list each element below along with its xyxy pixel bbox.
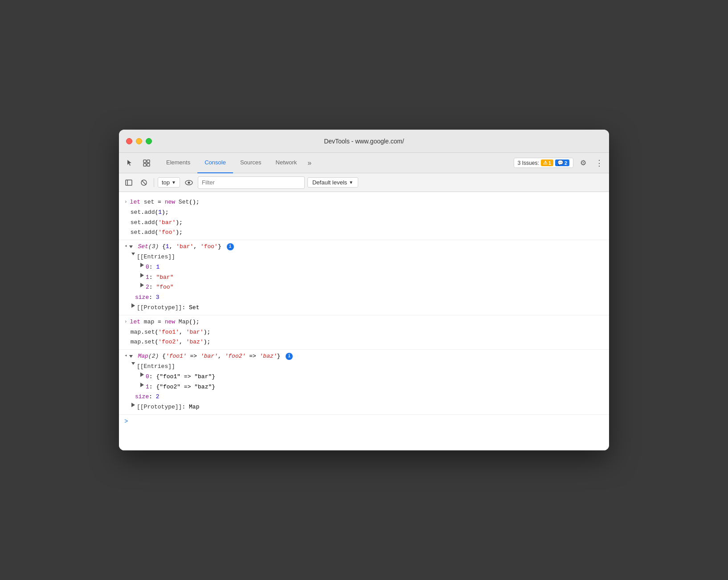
svg-rect-4	[126, 180, 132, 185]
expand-arrow[interactable]: ›	[124, 198, 127, 206]
inspect-icon-button[interactable]	[139, 157, 154, 169]
cursor-icon	[126, 159, 134, 167]
svg-rect-3	[147, 163, 150, 166]
prototype-map-arrow[interactable]	[131, 403, 135, 407]
eye-icon	[185, 180, 193, 185]
entry-1-arrow[interactable]	[140, 273, 144, 278]
sidebar-toggle-button[interactable]	[123, 176, 135, 189]
tab-bar: Elements Console Sources Network » 3 Iss…	[119, 153, 609, 173]
console-line-map-entry-1: 1: {"foo2" => "baz"}	[119, 382, 609, 392]
console-line: › set.add('bar');	[119, 218, 609, 228]
warning-icon: ⚠	[543, 160, 548, 166]
console-line-map-input: › let map = new Map();	[119, 317, 609, 327]
tab-network[interactable]: Network	[269, 153, 304, 173]
console-line-prototype-set: [[Prototype]]: Set	[119, 303, 609, 313]
console-block-map-input: › let map = new Map(); › map.set('foo1',…	[119, 315, 609, 350]
console-line-set-header: ◂ Set(3) {1, 'bar', 'foo'} i	[119, 242, 609, 252]
context-selector[interactable]: top ▼	[158, 177, 180, 188]
svg-point-9	[188, 181, 190, 184]
entry-0-arrow[interactable]	[140, 263, 144, 267]
console-line-map-set2: › map.set('foo2', 'baz');	[119, 337, 609, 347]
clear-icon	[140, 179, 147, 186]
warning-badge: ⚠ 1	[541, 159, 553, 166]
filter-input[interactable]	[198, 176, 305, 189]
window-title: DevTools - www.google.com/	[324, 138, 404, 145]
console-prompt[interactable]: >	[119, 415, 609, 428]
tab-bar-right: 3 Issues: ⚠ 1 💬 2 ⚙ ⋮	[514, 157, 605, 169]
cursor-icon-button[interactable]	[123, 157, 137, 169]
console-line-entry-0: 0: 1	[119, 262, 609, 273]
issues-badge[interactable]: 3 Issues: ⚠ 1 💬 2	[514, 158, 573, 168]
info-icon[interactable]: i	[227, 243, 234, 250]
map-collapse-arrow[interactable]	[129, 355, 133, 358]
back-arrow[interactable]: ◂	[124, 242, 127, 250]
tab-elements[interactable]: Elements	[159, 153, 197, 173]
log-levels-button[interactable]: Default levels ▼	[307, 177, 358, 188]
console-line-map-set1: › map.set('foo1', 'bar');	[119, 327, 609, 338]
entry-2-arrow[interactable]	[140, 283, 144, 287]
minimize-button[interactable]	[136, 138, 142, 144]
console-line-size: size: 3	[119, 293, 609, 303]
collapse-arrow[interactable]	[129, 245, 133, 248]
clear-console-button[interactable]	[138, 176, 150, 189]
console-block-set-input: › let set = new Set(); › set.add(1); › s…	[119, 196, 609, 240]
inspect-icon	[143, 159, 151, 167]
info-badge: 💬 2	[555, 159, 569, 166]
svg-rect-2	[143, 163, 146, 166]
console-line: › let set = new Set();	[119, 197, 609, 208]
map-entries-collapse-arrow[interactable]	[131, 362, 135, 365]
chevron-down-icon: ▼	[172, 180, 176, 185]
traffic-lights	[126, 138, 152, 144]
toolbar-divider	[154, 178, 154, 187]
console-line-map-entries: [[Entries]]	[119, 362, 609, 372]
chevron-down-icon-levels: ▼	[349, 180, 353, 185]
eye-button[interactable]	[183, 176, 195, 189]
svg-rect-1	[147, 160, 150, 163]
console-line-map-size: size: 2	[119, 392, 609, 402]
more-options-button[interactable]: ⋮	[593, 157, 605, 169]
console-line-entries: [[Entries]]	[119, 252, 609, 262]
tab-console[interactable]: Console	[197, 153, 233, 173]
prompt-symbol: >	[124, 417, 128, 426]
title-bar: DevTools - www.google.com/	[119, 130, 609, 153]
console-line: › set.add('foo');	[119, 228, 609, 238]
more-tabs-button[interactable]: »	[304, 157, 315, 169]
close-button[interactable]	[126, 138, 132, 144]
console-line-entry-2: 2: "foo"	[119, 282, 609, 293]
map-entry-0-arrow[interactable]	[140, 372, 144, 377]
console-block-set-output: ◂ Set(3) {1, 'bar', 'foo'} i [[Entries]]…	[119, 240, 609, 315]
svg-line-7	[142, 180, 146, 185]
console-output: › let set = new Set(); › set.add(1); › s…	[119, 192, 609, 450]
map-entry-1-arrow[interactable]	[140, 383, 144, 387]
maximize-button[interactable]	[146, 138, 152, 144]
tab-sources[interactable]: Sources	[233, 153, 269, 173]
tab-icons	[123, 157, 154, 169]
chat-icon: 💬	[557, 160, 564, 166]
svg-rect-0	[143, 160, 146, 163]
expand-arrow-map[interactable]: ›	[124, 318, 127, 326]
console-line-map-header: ◂ Map(2) {'foo1' => 'bar', 'foo2' => 'ba…	[119, 351, 609, 362]
sidebar-icon	[125, 179, 132, 186]
map-info-icon[interactable]: i	[286, 353, 293, 360]
console-line: › set.add(1);	[119, 208, 609, 218]
prototype-set-arrow[interactable]	[131, 303, 135, 308]
console-toolbar: top ▼ Default levels ▼	[119, 173, 609, 192]
issues-label: 3 Issues:	[518, 160, 539, 166]
console-line-prototype-map: [[Prototype]]: Map	[119, 402, 609, 413]
console-line-entry-1: 1: "bar"	[119, 273, 609, 283]
console-line-map-entry-0: 0: {"foo1" => "bar"}	[119, 372, 609, 382]
devtools-window: DevTools - www.google.com/ Elements	[119, 130, 609, 450]
entries-collapse-arrow[interactable]	[131, 253, 135, 255]
settings-button[interactable]: ⚙	[577, 157, 589, 169]
console-block-map-output: ◂ Map(2) {'foo1' => 'bar', 'foo2' => 'ba…	[119, 350, 609, 415]
back-arrow-map[interactable]: ◂	[124, 352, 127, 360]
